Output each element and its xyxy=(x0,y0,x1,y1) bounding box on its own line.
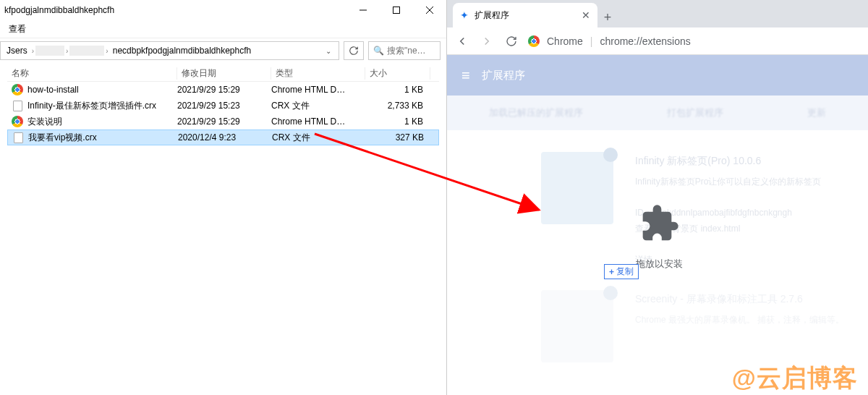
breadcrumb-segment[interactable] xyxy=(35,46,64,56)
col-size[interactable]: 大小 xyxy=(365,67,430,80)
extensions-toolbar: 加载已解压的扩展程序 打包扩展程序 更新 xyxy=(447,95,868,130)
load-unpacked-button[interactable]: 加载已解压的扩展程序 xyxy=(489,106,583,119)
col-date[interactable]: 修改日期 xyxy=(177,67,271,80)
back-button[interactable] xyxy=(454,35,470,48)
file-size: 327 KB xyxy=(366,132,431,143)
chrome-icon xyxy=(12,84,23,95)
file-list: 名称 修改日期 类型 大小 how-to-install2021/9/29 15… xyxy=(0,63,446,395)
forward-button[interactable] xyxy=(479,35,495,48)
extensions-header: ≡ 扩展程序 xyxy=(447,55,868,95)
file-name: how-to-install xyxy=(27,85,79,95)
address-bar[interactable]: Chrome | chrome://extensions xyxy=(528,31,861,51)
file-row[interactable]: 安装说明2021/9/29 15:29Chrome HTML D…1 KB xyxy=(7,114,439,129)
maximize-button[interactable] xyxy=(380,0,413,20)
ext-card-view: 查看视图 背景页 index.html xyxy=(635,224,740,234)
omnibox-url: chrome://extensions xyxy=(600,35,690,47)
address-bar: Jsers› › › necdbpkfpodgjalnmdibbaldhkeph… xyxy=(0,38,446,63)
file-row[interactable]: 我要看vip视频.crx2020/12/4 9:23CRX 文件327 KB xyxy=(7,129,439,145)
chrome-browser-window: ✦ 扩展程序 ✕ + Chrome | chrome://extensions … xyxy=(447,0,868,395)
file-name: Infinity-最佳新标签页增强插件.crx xyxy=(27,100,156,112)
file-name: 安装说明 xyxy=(27,116,62,128)
extensions-page: ≡ 扩展程序 加载已解压的扩展程序 打包扩展程序 更新 Infinity 新标签… xyxy=(447,55,868,395)
tab-strip: ✦ 扩展程序 ✕ + xyxy=(447,0,868,27)
col-name[interactable]: 名称 xyxy=(7,67,177,80)
search-icon: 🔍 xyxy=(373,46,384,56)
file-date: 2021/9/29 15:23 xyxy=(177,101,271,111)
breadcrumb-segment[interactable]: Jsers xyxy=(4,46,30,56)
file-date: 2021/9/29 15:29 xyxy=(177,116,271,127)
file-type: CRX 文件 xyxy=(272,132,366,144)
search-box[interactable]: 🔍 xyxy=(368,41,441,60)
ext-card-desc: Infinity新标签页Pro让你可以自定义你的新标签页 xyxy=(635,177,821,187)
extensions-title: 扩展程序 xyxy=(482,69,525,82)
svg-rect-1 xyxy=(393,7,400,14)
watermark: @云启博客 xyxy=(732,362,858,395)
minimize-button[interactable] xyxy=(346,0,380,20)
window-titlebar[interactable]: kfpodgjalnmdibbaldhkephcfh xyxy=(0,0,446,20)
file-name: 我要看vip视频.crx xyxy=(28,132,97,144)
copy-badge: +复制 xyxy=(604,264,639,279)
breadcrumb[interactable]: Jsers› › › necdbpkfpodgjalnmdibbaldhkeph… xyxy=(0,41,339,60)
extension-card[interactable]: Infinity 新标签页(Pro) 10.0.6 Infinity新标签页Pr… xyxy=(469,152,846,268)
file-icon xyxy=(12,100,23,111)
file-row[interactable]: Infinity-最佳新标签页增强插件.crx2021/9/29 15:23CR… xyxy=(7,98,439,114)
ext-card-title: Infinity 新标签页(Pro) 10.0.6 xyxy=(635,152,846,170)
file-date: 2020/12/4 9:23 xyxy=(178,132,272,143)
ext-card-desc: Chrome 最强大的屏幕录像机。 捕获，注释，编辑等。 xyxy=(635,315,844,325)
close-tab-button[interactable]: ✕ xyxy=(582,9,590,21)
file-size: 2,733 KB xyxy=(365,101,430,111)
browser-tab[interactable]: ✦ 扩展程序 ✕ xyxy=(453,3,597,27)
menu-icon[interactable]: ≡ xyxy=(461,67,470,84)
extension-card[interactable]: Screenity - 屏幕录像和标注工具 2.7.6 Chrome 最强大的屏… xyxy=(469,290,846,362)
pack-extension-button[interactable]: 打包扩展程序 xyxy=(667,106,723,119)
breadcrumb-segment[interactable]: necdbpkfpodgjalnmdibbaldhkephcfh xyxy=(110,46,254,56)
refresh-button[interactable] xyxy=(344,41,364,60)
window-title: kfpodgjalnmdibbaldhkephcfh xyxy=(4,5,114,15)
file-size: 1 KB xyxy=(365,85,430,95)
update-button[interactable]: 更新 xyxy=(807,106,826,119)
search-input[interactable] xyxy=(387,46,430,56)
file-icon xyxy=(12,132,24,143)
file-date: 2021/9/29 15:29 xyxy=(177,85,271,95)
chrome-icon xyxy=(12,116,23,127)
reload-button[interactable] xyxy=(503,35,519,47)
col-type[interactable]: 类型 xyxy=(271,67,365,80)
chevron-down-icon[interactable]: ⌄ xyxy=(321,47,336,55)
file-type: Chrome HTML D… xyxy=(271,116,365,127)
column-headers[interactable]: 名称 修改日期 类型 大小 xyxy=(7,66,439,82)
chrome-logo-icon xyxy=(528,35,540,47)
close-button[interactable] xyxy=(413,0,446,20)
new-tab-button[interactable]: + xyxy=(597,7,618,27)
tab-title: 扩展程序 xyxy=(475,9,576,22)
ext-card-id: ID：nnnkddnnlpamobajfibfdgfnbcnkgngh xyxy=(635,208,792,218)
toolbar: Chrome | chrome://extensions xyxy=(447,27,868,55)
file-size: 1 KB xyxy=(365,116,430,127)
file-type: CRX 文件 xyxy=(271,100,365,112)
extension-icon: ✦ xyxy=(460,9,469,21)
menu-bar: 查看 xyxy=(0,20,446,38)
extension-thumbnail xyxy=(541,152,613,224)
file-type: Chrome HTML D… xyxy=(271,85,365,95)
file-row[interactable]: how-to-install2021/9/29 15:29Chrome HTML… xyxy=(7,82,439,98)
ext-card-title: Screenity - 屏幕录像和标注工具 2.7.6 xyxy=(635,290,846,308)
omnibox-app: Chrome xyxy=(547,35,583,47)
menu-view[interactable]: 查看 xyxy=(9,23,26,35)
extension-thumbnail xyxy=(541,290,613,362)
file-explorer-window: kfpodgjalnmdibbaldhkephcfh 查看 Jsers› › ›… xyxy=(0,0,447,395)
breadcrumb-segment[interactable] xyxy=(69,46,104,56)
